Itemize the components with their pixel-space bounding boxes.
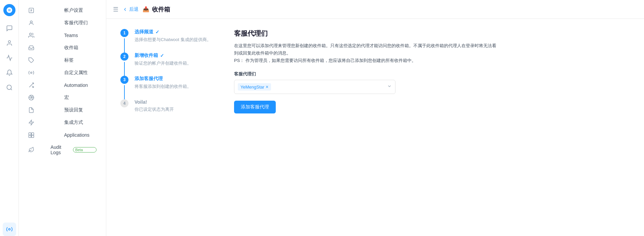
panel-title: 客服代理们 bbox=[234, 29, 631, 38]
sidebar-item-canned[interactable]: 预设回复 bbox=[22, 104, 103, 116]
agent-select[interactable]: YeMengStar × bbox=[234, 80, 395, 94]
main-area: ☰ 后退 📥 收件箱 1 选择频道 ✓ bbox=[106, 0, 644, 236]
agents-section-label: 客服代理们 bbox=[234, 71, 631, 77]
beta-badge: Beta bbox=[73, 147, 97, 153]
svg-point-1 bbox=[7, 85, 11, 90]
notification-nav-icon[interactable] bbox=[3, 66, 16, 79]
dropdown-arrow-icon bbox=[387, 84, 392, 90]
svg-marker-12 bbox=[29, 120, 34, 125]
sidebar-item-account[interactable]: 帐户设置 bbox=[22, 4, 103, 16]
sidebar-item-applications[interactable]: Applications bbox=[22, 129, 103, 141]
agents-settings-icon bbox=[28, 20, 61, 26]
svg-rect-13 bbox=[29, 133, 31, 135]
custom-attr-settings-icon bbox=[28, 70, 61, 76]
macro-settings-icon bbox=[28, 95, 61, 101]
step-1-number: 1 bbox=[120, 29, 128, 37]
account-settings-icon bbox=[28, 7, 61, 13]
step-2-desc: 验证您的帐户并创建收件箱。 bbox=[135, 60, 214, 67]
step-3-line bbox=[124, 85, 125, 99]
svg-rect-16 bbox=[32, 135, 34, 138]
step-2-line bbox=[124, 62, 125, 76]
remove-agent-button[interactable]: × bbox=[266, 84, 268, 90]
step-1-title: 选择频道 ✓ bbox=[135, 29, 214, 35]
svg-point-8 bbox=[31, 72, 32, 74]
sidebar-item-integrations[interactable]: 集成方式 bbox=[22, 116, 103, 129]
svg-point-6 bbox=[30, 33, 32, 35]
steps-column: 1 选择频道 ✓ 选择你想要与Chatwoot 集成的提供商。 2 bbox=[120, 29, 214, 226]
svg-point-0 bbox=[8, 41, 10, 43]
svg-rect-14 bbox=[32, 133, 34, 135]
report-nav-icon[interactable] bbox=[3, 51, 16, 65]
right-panel: 客服代理们 在这里您可以添加代理来管理您新创建的收件箱。只有这些选定的代理才能访… bbox=[234, 29, 631, 226]
step-1-check: ✓ bbox=[155, 29, 159, 35]
topbar: ☰ 后退 📥 收件箱 bbox=[106, 0, 644, 19]
back-button[interactable]: 后退 bbox=[122, 6, 139, 12]
step-1: 1 选择频道 ✓ 选择你想要与Chatwoot 集成的提供商。 bbox=[120, 29, 214, 53]
icon-nav bbox=[0, 0, 19, 236]
sidebar-item-audit-logs[interactable]: Audit Logs Beta bbox=[22, 141, 103, 158]
svg-line-2 bbox=[10, 89, 12, 90]
step-3-content: 添加客服代理 将客服添加到创建的收件箱。 bbox=[135, 76, 214, 99]
add-agent-button[interactable]: 添加客服代理 bbox=[234, 101, 276, 113]
step-3: 3 添加客服代理 将客服添加到创建的收件箱。 bbox=[120, 76, 214, 99]
sidebar-item-agents[interactable]: 客服代理们 bbox=[22, 17, 103, 29]
tag-settings-icon bbox=[28, 57, 61, 63]
contact-nav-icon[interactable] bbox=[3, 36, 16, 50]
step-4: 4 Voila! 你已设定状态为离开 bbox=[120, 99, 214, 122]
content-area: 1 选择频道 ✓ 选择你想要与Chatwoot 集成的提供商。 2 bbox=[106, 19, 644, 236]
integration-settings-icon bbox=[28, 120, 61, 126]
step-4-title: Voila! bbox=[135, 99, 214, 105]
agent-tag-yemengstar: YeMengStar × bbox=[238, 83, 271, 91]
page-title: 📥 收件箱 bbox=[143, 5, 170, 13]
step-3-desc: 将客服添加到创建的收件箱。 bbox=[135, 83, 214, 90]
step-2-title: 新增收件箱 ✓ bbox=[135, 53, 214, 59]
automation-settings-icon bbox=[28, 82, 61, 88]
sidebar-item-inbox[interactable]: 收件箱 bbox=[22, 42, 103, 54]
sidebar-item-custom-attr[interactable]: 自定义属性 bbox=[22, 67, 103, 79]
topbar-inbox-icon: 📥 bbox=[143, 6, 149, 12]
panel-desc: 在这里您可以添加代理来管理您新创建的收件箱。只有这些选定的代理才能访问您的收件箱… bbox=[234, 42, 496, 64]
step-1-left: 1 bbox=[120, 29, 129, 53]
step-2-content: 新增收件箱 ✓ 验证您的帐户并创建收件箱。 bbox=[135, 53, 214, 76]
app-logo bbox=[3, 4, 15, 16]
step-1-desc: 选择你想要与Chatwoot 集成的提供商。 bbox=[135, 36, 214, 43]
applications-settings-icon bbox=[28, 132, 61, 138]
step-4-content: Voila! 你已设定状态为离开 bbox=[135, 99, 214, 122]
step-2-check: ✓ bbox=[160, 53, 164, 58]
sidebar-item-macro[interactable]: 宏 bbox=[22, 92, 103, 104]
svg-rect-15 bbox=[29, 135, 31, 138]
step-1-line bbox=[124, 38, 125, 53]
sidebar-item-tags[interactable]: 标签 bbox=[22, 54, 103, 66]
sidebar-item-automation[interactable]: Automation bbox=[22, 79, 103, 91]
canned-settings-icon bbox=[28, 107, 61, 113]
search-nav-icon[interactable] bbox=[3, 81, 16, 94]
conversation-nav-icon[interactable] bbox=[3, 22, 16, 35]
audit-settings-icon bbox=[28, 147, 47, 153]
svg-point-3 bbox=[8, 229, 10, 230]
step-3-left: 3 bbox=[120, 76, 129, 99]
step-3-number: 3 bbox=[120, 76, 128, 84]
sidebar-item-teams[interactable]: Teams bbox=[22, 29, 103, 41]
step-2-left: 2 bbox=[120, 53, 129, 76]
inbox-settings-icon bbox=[28, 45, 61, 51]
svg-point-5 bbox=[30, 21, 32, 23]
step-4-desc: 你已设定状态为离开 bbox=[135, 106, 214, 113]
step-1-content: 选择频道 ✓ 选择你想要与Chatwoot 集成的提供商。 bbox=[135, 29, 214, 53]
step-2: 2 新增收件箱 ✓ 验证您的帐户并创建收件箱。 bbox=[120, 53, 214, 76]
menu-icon[interactable]: ☰ bbox=[113, 6, 118, 13]
teams-settings-icon bbox=[28, 32, 61, 38]
step-3-title: 添加客服代理 bbox=[135, 76, 214, 82]
sidebar: 帐户设置 客服代理们 Teams 收件箱 标签 自定义属性 bbox=[19, 0, 106, 236]
step-4-number: 4 bbox=[120, 99, 128, 107]
step-4-left: 4 bbox=[120, 99, 129, 122]
settings-nav-icon[interactable] bbox=[3, 223, 16, 236]
step-2-number: 2 bbox=[120, 53, 128, 61]
